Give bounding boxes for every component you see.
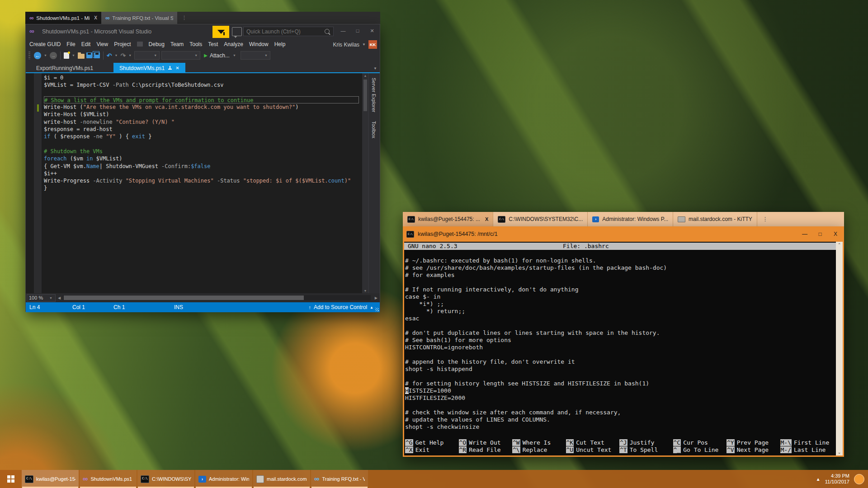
nano-shortcut[interactable]: M-/Last Line <box>780 446 835 454</box>
document-tab[interactable]: ExportRunningVMs.ps1 <box>30 63 99 73</box>
nano-shortcut[interactable]: M-\First Line <box>780 439 835 446</box>
kitty-maximize-button[interactable]: □ <box>813 229 827 239</box>
side-tab-toolbox[interactable]: Toolbox <box>371 117 377 143</box>
menu-item-edit[interactable]: Edit <box>81 41 91 47</box>
redo-button[interactable]: ↷ <box>121 51 126 60</box>
new-file-button[interactable] <box>64 51 69 60</box>
editor-margin[interactable] <box>26 73 44 293</box>
kitty-tab[interactable]: C:\kwilas@Puget-154475: ...X <box>403 212 493 226</box>
save-button[interactable] <box>86 51 92 60</box>
kitty-tab[interactable]: mail.stardock.com - KiTTY <box>673 212 757 226</box>
zoom-level-select[interactable]: 100 %▼ <box>27 294 56 302</box>
start-button[interactable] <box>0 470 22 488</box>
more-tabs-icon[interactable]: ⋮ <box>182 15 187 21</box>
chevron-down-icon[interactable]: ▼ <box>128 54 132 57</box>
taskbar-button[interactable]: C:\C:\WINDOWS\SYS... <box>137 470 194 488</box>
nano-shortcut[interactable]: ^VNext Page <box>726 446 780 454</box>
os-window-tab[interactable]: ∞Training RFQ.txt - Visual St... <box>101 12 177 24</box>
scroll-up-icon[interactable]: ⌃ <box>836 243 843 247</box>
navigate-forward-button[interactable]: → <box>50 51 57 60</box>
taskbar-button[interactable]: C:\kwilas@Puget-1544... <box>22 470 79 488</box>
kitty-tab[interactable]: C:\C:\WINDOWS\SYSTEM32\C... <box>493 212 588 226</box>
quick-launch-box[interactable] <box>243 27 334 36</box>
taskbar-button[interactable]: mail.stardock.com ... <box>253 470 310 488</box>
scroll-down-icon[interactable]: ⌄ <box>836 450 843 455</box>
attach-button[interactable]: ▶ Attach... ▼ <box>204 52 237 59</box>
nano-shortcut[interactable]: ^TTo Spell <box>619 446 673 454</box>
save-all-button[interactable] <box>94 51 100 60</box>
toolbar-combo-3[interactable]: ▼ <box>241 51 270 60</box>
kitty-titlebar[interactable]: C:\ kwilas@Puget-154475: /mnt/c/1 — □ X <box>403 226 844 242</box>
nano-shortcut[interactable]: ^CCur Pos <box>673 439 727 446</box>
nano-text[interactable]: # ~/.bashrc: executed by bash(1) for non… <box>405 257 830 431</box>
horizontal-scrollbar[interactable] <box>63 295 371 300</box>
scroll-left-icon[interactable]: ◀ <box>58 296 61 300</box>
os-window-tab[interactable]: ∞ShutdownVMs.ps1 - Mi...X <box>25 12 101 24</box>
nano-shortcut[interactable]: ^\Replace <box>512 446 566 454</box>
toolbar-combo-1[interactable]: ▼ <box>134 51 160 60</box>
close-icon[interactable]: X <box>94 15 97 20</box>
menu-item-debug[interactable]: Debug <box>149 41 165 47</box>
kitty-minimize-button[interactable]: — <box>798 229 811 239</box>
editor-vertical-scrollbar[interactable]: ▲ ▼ <box>362 73 368 293</box>
scroll-down-icon[interactable]: ▼ <box>362 289 368 292</box>
toolbar-grip[interactable] <box>28 52 30 59</box>
nano-shortcut[interactable]: ^YPrev Page <box>726 439 780 446</box>
menu-item-analyze[interactable]: Analyze <box>224 41 243 47</box>
menu-item-help[interactable]: Help <box>274 41 286 47</box>
vs-minimize-button[interactable]: — <box>337 25 349 36</box>
close-icon[interactable]: X <box>485 216 488 222</box>
open-file-button[interactable] <box>78 51 85 60</box>
pin-icon[interactable] <box>168 66 172 70</box>
navigate-back-button[interactable]: ← <box>34 51 41 60</box>
scroll-right-icon[interactable]: ▶ <box>375 296 377 300</box>
nano-shortcut[interactable]: ^XExit <box>405 446 459 454</box>
more-options-icon[interactable]: ⋮ <box>763 216 768 222</box>
menu-item-window[interactable]: Window <box>249 41 269 47</box>
vs-titlebar[interactable]: ∞ ShutdownVMs.ps1 - Microsoft Visual Stu… <box>26 24 380 39</box>
menu-item-test[interactable]: Test <box>208 41 218 47</box>
nano-shortcut[interactable]: ^GGet Help <box>405 439 459 446</box>
nano-shortcut[interactable]: ^RRead File <box>459 446 513 454</box>
chevron-down-icon[interactable]: ▼ <box>72 54 75 57</box>
kitty-tab[interactable]: ›Administrator: Windows P... <box>588 212 673 226</box>
scroll-up-icon[interactable]: ▲ <box>362 74 368 77</box>
menu-item-team[interactable]: Team <box>170 41 184 47</box>
show-hidden-icons-button[interactable]: ▲ <box>816 477 821 482</box>
nano-shortcut[interactable]: ^OWrite Out <box>459 439 513 446</box>
kitty-close-button[interactable]: X <box>829 229 842 239</box>
taskbar-button[interactable]: ›Administrator: Win... <box>195 470 252 488</box>
tab-overflow-icon[interactable]: ▼ <box>373 66 377 70</box>
chevron-down-icon[interactable]: ▼ <box>115 54 118 57</box>
action-center-icon[interactable] <box>854 474 864 484</box>
taskbar-button[interactable]: ∞ShutdownVMs.ps1 ... <box>80 470 137 488</box>
feedback-icon[interactable] <box>232 27 242 36</box>
filter-icon[interactable] <box>212 26 229 38</box>
scrollbar-thumb[interactable] <box>363 80 367 111</box>
menu-item-file[interactable]: File <box>66 41 75 47</box>
taskbar-clock[interactable]: 4:39 PM 11/10/2017 <box>825 473 849 485</box>
add-to-source-control-button[interactable]: ↑ Add to Source Control ▲ <box>309 304 374 310</box>
undo-button[interactable]: ↶ <box>107 51 112 60</box>
taskbar-button[interactable]: ∞Training RFQ.txt - V... <box>311 470 368 488</box>
nano-shortcut[interactable]: ^WWhere Is <box>512 439 566 446</box>
nano-shortcut[interactable]: ^KCut Text <box>566 439 620 446</box>
document-tab[interactable]: ShutdownVMs.ps1✕ <box>113 63 185 73</box>
menu-item-create-guid[interactable]: Create GUID <box>29 41 61 47</box>
menu-item-project[interactable]: Project <box>114 41 131 47</box>
side-tab-server-explorer[interactable]: Server Explorer <box>371 73 377 117</box>
resize-grip[interactable] <box>375 308 379 311</box>
menu-item-view[interactable]: View <box>96 41 108 47</box>
vs-close-button[interactable]: ✕ <box>366 25 378 36</box>
avatar[interactable]: KK <box>368 40 377 49</box>
terminal-scrollbar[interactable]: ⌃ ⌄ <box>836 242 843 455</box>
vs-restore-button[interactable]: □ <box>351 25 364 36</box>
quick-launch-input[interactable] <box>244 28 325 35</box>
chevron-down-icon[interactable]: ▼ <box>44 54 47 57</box>
terminal-screen[interactable]: GNU nano 2.5.3 File: .bashrc # ~/.bashrc… <box>404 242 836 455</box>
nano-shortcut[interactable]: ^JJustify <box>619 439 673 446</box>
menu-item-tools[interactable]: Tools <box>189 41 202 47</box>
code-editor[interactable]: $i = 0$VMList = Import-CSV -Path C:\pscr… <box>44 73 362 293</box>
toolbar-combo-2[interactable]: ▼ <box>161 51 200 60</box>
user-name[interactable]: Kris Kwilas <box>333 42 359 48</box>
